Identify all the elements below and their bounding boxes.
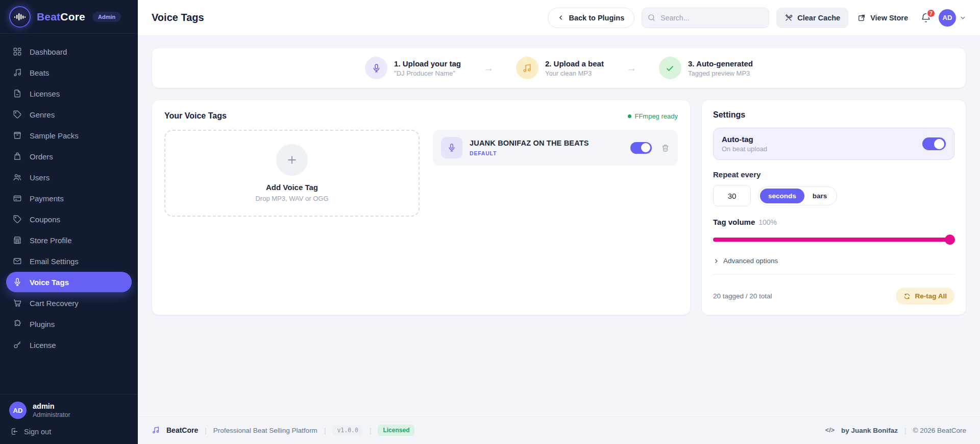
- sidebar-item-label: Plugins: [30, 320, 55, 329]
- status-dot: [628, 114, 631, 118]
- sidebar-item-orders[interactable]: Orders: [6, 146, 132, 167]
- sidebar-item-sample-packs[interactable]: Sample Packs: [6, 125, 132, 146]
- sidebar-item-label: Cart Recovery: [30, 299, 79, 308]
- divider: |: [324, 427, 326, 434]
- credit-card-icon: [12, 193, 22, 203]
- music-note-icon: [152, 426, 160, 434]
- sidebar-item-licenses[interactable]: Licenses: [6, 83, 132, 104]
- advanced-options-toggle[interactable]: Advanced options: [713, 257, 954, 265]
- brand-logo[interactable]: BeatCore Admin: [0, 0, 138, 34]
- check-icon: [659, 57, 681, 79]
- sidebar-item-label: Voice Tags: [30, 278, 69, 287]
- sidebar-item-voice-tags[interactable]: Voice Tags: [6, 272, 132, 292]
- step-subtitle: "DJ Producer Name": [394, 69, 461, 77]
- footer-tagline: Professional Beat Selling Platform: [213, 427, 317, 434]
- footer-copyright: © 2026 BeatCore: [913, 427, 966, 434]
- admin-badge: Admin: [92, 12, 121, 22]
- tag-volume-slider[interactable]: [713, 235, 954, 245]
- settings-title: Settings: [713, 110, 954, 120]
- sidebar-item-label: Users: [30, 173, 50, 182]
- search-input[interactable]: [642, 8, 769, 28]
- sidebar-item-label: Store Profile: [30, 236, 72, 245]
- back-to-plugins-button[interactable]: Back to Plugins: [548, 8, 635, 28]
- trash-icon[interactable]: [661, 144, 670, 152]
- sidebar-item-payments[interactable]: Payments: [6, 188, 132, 208]
- sidebar-item-users[interactable]: Users: [6, 167, 132, 188]
- divider: |: [904, 427, 906, 434]
- tag-icon: [12, 109, 22, 120]
- sidebar-item-label: Email Settings: [30, 257, 79, 266]
- version-badge: v1.0.0: [332, 425, 363, 435]
- microphone-icon: [12, 277, 22, 287]
- puzzle-icon: [12, 319, 22, 329]
- retag-all-button[interactable]: Re-tag All: [896, 288, 954, 305]
- shopping-bag-icon: [12, 151, 22, 161]
- box-icon: [12, 130, 22, 141]
- header-avatar: AD: [939, 9, 956, 27]
- sign-out-button[interactable]: Sign out: [9, 427, 129, 436]
- divider: |: [205, 427, 207, 434]
- autotag-sublabel: On beat upload: [722, 145, 767, 153]
- chevron-right-icon: [713, 258, 719, 264]
- step-upload-beat: 2. Upload a beat Your clean MP3: [516, 57, 604, 79]
- step-title: 1. Upload your tag: [394, 59, 461, 68]
- step-subtitle: Tagged preview MP3: [688, 69, 753, 77]
- users-icon: [12, 172, 22, 182]
- voice-tag-toggle[interactable]: [630, 142, 652, 154]
- cart-icon: [12, 298, 22, 308]
- sidebar-item-label: Payments: [30, 194, 64, 203]
- clear-cache-button[interactable]: Clear Cache: [776, 8, 848, 28]
- step-auto-generated: 3. Auto-generated Tagged preview MP3: [659, 57, 753, 79]
- view-store-button[interactable]: View Store: [855, 14, 910, 22]
- page-footer: BeatCore | Professional Beat Selling Pla…: [138, 416, 980, 444]
- main-area: Voice Tags Back to Plugins Clear Cache V…: [138, 0, 980, 444]
- tagged-summary: 20 tagged / 20 total: [713, 292, 772, 300]
- sidebar-item-label: Orders: [30, 152, 53, 161]
- sidebar-item-label: Licenses: [30, 89, 60, 98]
- sidebar-item-label: Genres: [30, 110, 55, 119]
- user-avatar: AD: [9, 402, 27, 419]
- tools-icon: [785, 14, 793, 22]
- sidebar-item-email-settings[interactable]: Email Settings: [6, 251, 132, 271]
- tag-volume-value: 100%: [758, 218, 777, 226]
- sidebar-item-cart-recovery[interactable]: Cart Recovery: [6, 293, 132, 313]
- microphone-icon: [441, 137, 462, 158]
- autotag-setting: Auto-tag On beat upload: [713, 128, 954, 160]
- tag-icon: [12, 214, 22, 224]
- sidebar-item-store-profile[interactable]: Store Profile: [6, 230, 132, 250]
- dropzone-hint: Drop MP3, WAV or OGG: [255, 195, 328, 202]
- waveform-logo-icon: [9, 6, 31, 28]
- sidebar-item-plugins[interactable]: Plugins: [6, 314, 132, 334]
- autotag-toggle[interactable]: [922, 137, 946, 150]
- brand-name: BeatCore: [37, 11, 85, 23]
- workflow-steps: 1. Upload your tag "DJ Producer Name" → …: [152, 48, 966, 88]
- chevron-left-icon: [558, 14, 565, 21]
- logout-icon: [10, 427, 19, 436]
- autotag-label: Auto-tag: [722, 135, 767, 144]
- add-voice-tag-dropzone[interactable]: Add Voice Tag Drop MP3, WAV or OGG: [164, 130, 420, 217]
- divider: |: [370, 427, 372, 434]
- sidebar-item-genres[interactable]: Genres: [6, 104, 132, 125]
- arrow-right-icon: →: [483, 62, 494, 74]
- voice-tags-title: Your Voice Tags: [164, 111, 227, 121]
- step-upload-tag: 1. Upload your tag "DJ Producer Name": [365, 57, 461, 79]
- repeat-value-input[interactable]: [713, 185, 751, 206]
- sidebar-item-beats[interactable]: Beats: [6, 62, 132, 83]
- sidebar-item-label: Sample Packs: [30, 131, 79, 140]
- unit-seconds-option[interactable]: seconds: [760, 189, 804, 203]
- page-content: 1. Upload your tag "DJ Producer Name" → …: [138, 36, 980, 416]
- unit-bars-option[interactable]: bars: [804, 189, 836, 203]
- account-menu[interactable]: AD: [939, 9, 966, 27]
- app-window: BeatCore Admin Dashboard Beats Licenses …: [0, 0, 980, 444]
- sidebar-item-dashboard[interactable]: Dashboard: [6, 41, 132, 62]
- sidebar-item-license[interactable]: License: [6, 335, 132, 355]
- sidebar-user-section: AD admin Administrator Sign out: [0, 394, 138, 444]
- envelope-icon: [12, 256, 22, 266]
- voice-tags-card: Your Voice Tags FFmpeg ready Add Voice T…: [152, 100, 691, 315]
- sidebar-item-coupons[interactable]: Coupons: [6, 209, 132, 229]
- sidebar-item-label: License: [30, 341, 56, 349]
- step-title: 3. Auto-generated: [688, 59, 753, 68]
- notifications-button[interactable]: 7: [920, 12, 932, 24]
- dropzone-title: Add Voice Tag: [266, 183, 318, 192]
- slider-thumb[interactable]: [945, 235, 955, 245]
